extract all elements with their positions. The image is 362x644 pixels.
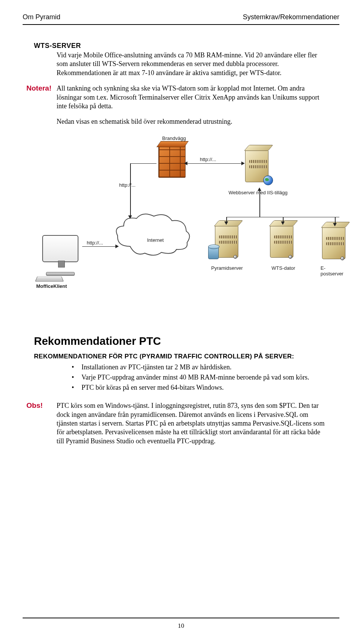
wts-dator-icon — [268, 220, 298, 261]
firewall-icon — [158, 144, 186, 178]
notera-body: All tankning och synkning ska ske via WT… — [57, 84, 328, 111]
list-item: Installationen av PTC-tjänsten tar 2 MB … — [72, 363, 328, 372]
moffice-label: MofficeKlient — [36, 283, 67, 289]
page-header: Om Pyramid Systemkrav/Rekommendationer — [23, 13, 339, 25]
ptc-bullet-list: Installationen av PTC-tjänsten tar 2 MB … — [72, 363, 328, 393]
http-label-client: http://... — [87, 240, 103, 246]
internet-cloud-icon — [113, 212, 192, 258]
wts-server-paragraph: Vid varje Mobile Office-anslutning använ… — [57, 51, 328, 77]
wts-server-heading: WTS-SERVER — [34, 42, 339, 50]
notera-block: Notera! All tankning och synkning ska sk… — [23, 84, 339, 111]
page-footer: 10 — [23, 618, 339, 630]
pyramidserver-label: Pyramidserver — [211, 265, 243, 271]
moffice-client-icon — [36, 235, 85, 280]
ptc-subheading: REKOMMENDATIONER FÖR PTC (PYRAMID TRAFFI… — [34, 353, 339, 360]
obs-label: Obs! — [26, 401, 57, 410]
epostserver-label: E-postserver — [321, 265, 344, 277]
obs-body: PTC körs som en Windows-tjänst. I inlogg… — [57, 401, 328, 446]
globe-icon — [263, 175, 273, 185]
database-icon — [208, 246, 219, 259]
list-item: PTC bör köras på en server med 64-bitars… — [72, 383, 328, 392]
header-left: Om Pyramid — [23, 13, 60, 21]
obs-block: Obs! PTC körs som en Windows-tjänst. I i… — [23, 401, 339, 446]
schematic-intro: Nedan visas en schematisk bild över reko… — [57, 117, 328, 126]
firewall-label: Brandvägg — [162, 135, 186, 141]
list-item: Varje PTC-uppdrag använder minst 40 MB R… — [72, 373, 328, 382]
internet-label: Internet — [147, 237, 164, 243]
network-diagram: Brandvägg Webbserver med IIS-tillägg htt… — [34, 133, 328, 314]
header-right: Systemkrav/Rekommendationer — [243, 13, 339, 21]
ptc-heading: Rekommendationer PTC — [34, 335, 339, 347]
http-label-mid: http://... — [119, 182, 135, 188]
epostserver-icon — [321, 221, 350, 263]
page-number: 10 — [178, 622, 184, 629]
http-label-top: http://... — [200, 157, 216, 162]
wts-dator-label: WTS-dator — [272, 265, 295, 271]
notera-label: Notera! — [26, 84, 57, 92]
